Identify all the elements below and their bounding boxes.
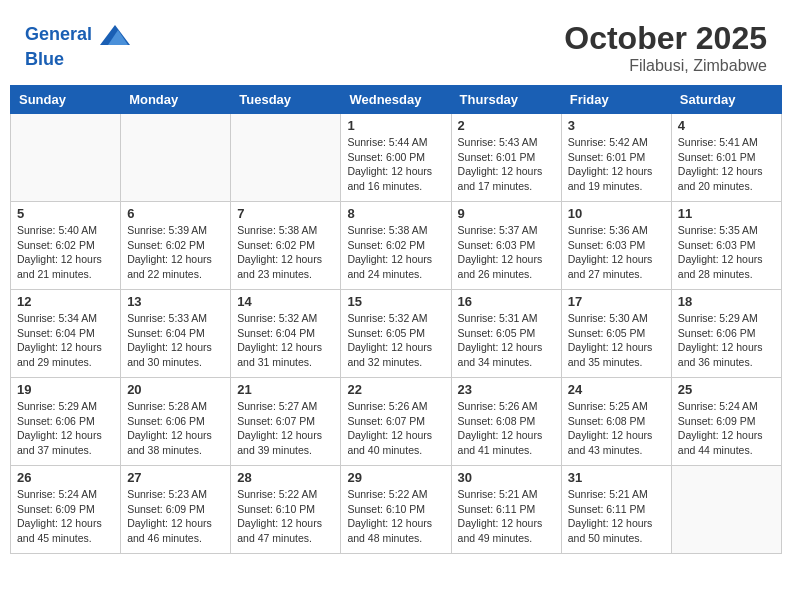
calendar-week-3: 12Sunrise: 5:34 AM Sunset: 6:04 PM Dayli… <box>11 290 782 378</box>
day-number: 11 <box>678 206 775 221</box>
calendar-cell: 15Sunrise: 5:32 AM Sunset: 6:05 PM Dayli… <box>341 290 451 378</box>
calendar-cell: 17Sunrise: 5:30 AM Sunset: 6:05 PM Dayli… <box>561 290 671 378</box>
day-info: Sunrise: 5:43 AM Sunset: 6:01 PM Dayligh… <box>458 135 555 194</box>
calendar-cell: 21Sunrise: 5:27 AM Sunset: 6:07 PM Dayli… <box>231 378 341 466</box>
weekday-header-saturday: Saturday <box>671 86 781 114</box>
calendar-week-2: 5Sunrise: 5:40 AM Sunset: 6:02 PM Daylig… <box>11 202 782 290</box>
weekday-header-monday: Monday <box>121 86 231 114</box>
day-number: 30 <box>458 470 555 485</box>
calendar-cell <box>231 114 341 202</box>
calendar-cell: 18Sunrise: 5:29 AM Sunset: 6:06 PM Dayli… <box>671 290 781 378</box>
day-number: 1 <box>347 118 444 133</box>
calendar-cell: 26Sunrise: 5:24 AM Sunset: 6:09 PM Dayli… <box>11 466 121 554</box>
calendar-cell: 14Sunrise: 5:32 AM Sunset: 6:04 PM Dayli… <box>231 290 341 378</box>
calendar-cell: 11Sunrise: 5:35 AM Sunset: 6:03 PM Dayli… <box>671 202 781 290</box>
calendar-cell: 2Sunrise: 5:43 AM Sunset: 6:01 PM Daylig… <box>451 114 561 202</box>
day-number: 10 <box>568 206 665 221</box>
day-number: 5 <box>17 206 114 221</box>
day-info: Sunrise: 5:35 AM Sunset: 6:03 PM Dayligh… <box>678 223 775 282</box>
day-number: 3 <box>568 118 665 133</box>
calendar-cell: 9Sunrise: 5:37 AM Sunset: 6:03 PM Daylig… <box>451 202 561 290</box>
day-info: Sunrise: 5:42 AM Sunset: 6:01 PM Dayligh… <box>568 135 665 194</box>
calendar-cell: 16Sunrise: 5:31 AM Sunset: 6:05 PM Dayli… <box>451 290 561 378</box>
location: Filabusi, Zimbabwe <box>564 57 767 75</box>
calendar-week-4: 19Sunrise: 5:29 AM Sunset: 6:06 PM Dayli… <box>11 378 782 466</box>
weekday-header-sunday: Sunday <box>11 86 121 114</box>
day-number: 25 <box>678 382 775 397</box>
weekday-header-wednesday: Wednesday <box>341 86 451 114</box>
calendar-week-5: 26Sunrise: 5:24 AM Sunset: 6:09 PM Dayli… <box>11 466 782 554</box>
day-info: Sunrise: 5:26 AM Sunset: 6:07 PM Dayligh… <box>347 399 444 458</box>
calendar-cell: 30Sunrise: 5:21 AM Sunset: 6:11 PM Dayli… <box>451 466 561 554</box>
day-info: Sunrise: 5:34 AM Sunset: 6:04 PM Dayligh… <box>17 311 114 370</box>
weekday-header-row: SundayMondayTuesdayWednesdayThursdayFrid… <box>11 86 782 114</box>
weekday-header-tuesday: Tuesday <box>231 86 341 114</box>
logo-text: General <box>25 20 130 50</box>
day-number: 22 <box>347 382 444 397</box>
calendar-cell: 13Sunrise: 5:33 AM Sunset: 6:04 PM Dayli… <box>121 290 231 378</box>
day-number: 17 <box>568 294 665 309</box>
day-number: 9 <box>458 206 555 221</box>
day-number: 21 <box>237 382 334 397</box>
logo-blue: Blue <box>25 50 130 70</box>
calendar-week-1: 1Sunrise: 5:44 AM Sunset: 6:00 PM Daylig… <box>11 114 782 202</box>
day-number: 7 <box>237 206 334 221</box>
calendar-cell: 29Sunrise: 5:22 AM Sunset: 6:10 PM Dayli… <box>341 466 451 554</box>
day-number: 20 <box>127 382 224 397</box>
calendar-cell: 5Sunrise: 5:40 AM Sunset: 6:02 PM Daylig… <box>11 202 121 290</box>
day-info: Sunrise: 5:41 AM Sunset: 6:01 PM Dayligh… <box>678 135 775 194</box>
calendar-cell: 22Sunrise: 5:26 AM Sunset: 6:07 PM Dayli… <box>341 378 451 466</box>
day-info: Sunrise: 5:36 AM Sunset: 6:03 PM Dayligh… <box>568 223 665 282</box>
day-info: Sunrise: 5:40 AM Sunset: 6:02 PM Dayligh… <box>17 223 114 282</box>
day-number: 4 <box>678 118 775 133</box>
day-number: 15 <box>347 294 444 309</box>
day-number: 2 <box>458 118 555 133</box>
day-info: Sunrise: 5:22 AM Sunset: 6:10 PM Dayligh… <box>237 487 334 546</box>
calendar-cell: 4Sunrise: 5:41 AM Sunset: 6:01 PM Daylig… <box>671 114 781 202</box>
day-info: Sunrise: 5:29 AM Sunset: 6:06 PM Dayligh… <box>17 399 114 458</box>
day-number: 6 <box>127 206 224 221</box>
day-number: 12 <box>17 294 114 309</box>
month-title: October 2025 <box>564 20 767 57</box>
calendar-table: SundayMondayTuesdayWednesdayThursdayFrid… <box>10 85 782 554</box>
calendar-cell: 24Sunrise: 5:25 AM Sunset: 6:08 PM Dayli… <box>561 378 671 466</box>
day-number: 24 <box>568 382 665 397</box>
day-info: Sunrise: 5:32 AM Sunset: 6:04 PM Dayligh… <box>237 311 334 370</box>
day-info: Sunrise: 5:26 AM Sunset: 6:08 PM Dayligh… <box>458 399 555 458</box>
calendar-cell: 20Sunrise: 5:28 AM Sunset: 6:06 PM Dayli… <box>121 378 231 466</box>
day-number: 28 <box>237 470 334 485</box>
day-number: 16 <box>458 294 555 309</box>
day-info: Sunrise: 5:33 AM Sunset: 6:04 PM Dayligh… <box>127 311 224 370</box>
calendar-cell: 7Sunrise: 5:38 AM Sunset: 6:02 PM Daylig… <box>231 202 341 290</box>
day-number: 18 <box>678 294 775 309</box>
day-number: 14 <box>237 294 334 309</box>
calendar-cell <box>121 114 231 202</box>
calendar-cell: 31Sunrise: 5:21 AM Sunset: 6:11 PM Dayli… <box>561 466 671 554</box>
calendar-cell: 3Sunrise: 5:42 AM Sunset: 6:01 PM Daylig… <box>561 114 671 202</box>
day-info: Sunrise: 5:21 AM Sunset: 6:11 PM Dayligh… <box>458 487 555 546</box>
day-info: Sunrise: 5:39 AM Sunset: 6:02 PM Dayligh… <box>127 223 224 282</box>
calendar-cell <box>671 466 781 554</box>
calendar-cell: 12Sunrise: 5:34 AM Sunset: 6:04 PM Dayli… <box>11 290 121 378</box>
day-number: 19 <box>17 382 114 397</box>
day-info: Sunrise: 5:24 AM Sunset: 6:09 PM Dayligh… <box>678 399 775 458</box>
day-info: Sunrise: 5:44 AM Sunset: 6:00 PM Dayligh… <box>347 135 444 194</box>
page-header: General Blue October 2025 Filabusi, Zimb… <box>10 10 782 80</box>
calendar-cell: 1Sunrise: 5:44 AM Sunset: 6:00 PM Daylig… <box>341 114 451 202</box>
day-number: 13 <box>127 294 224 309</box>
day-info: Sunrise: 5:28 AM Sunset: 6:06 PM Dayligh… <box>127 399 224 458</box>
day-number: 23 <box>458 382 555 397</box>
day-number: 8 <box>347 206 444 221</box>
day-number: 27 <box>127 470 224 485</box>
day-info: Sunrise: 5:25 AM Sunset: 6:08 PM Dayligh… <box>568 399 665 458</box>
day-info: Sunrise: 5:32 AM Sunset: 6:05 PM Dayligh… <box>347 311 444 370</box>
calendar-cell: 28Sunrise: 5:22 AM Sunset: 6:10 PM Dayli… <box>231 466 341 554</box>
day-info: Sunrise: 5:30 AM Sunset: 6:05 PM Dayligh… <box>568 311 665 370</box>
day-info: Sunrise: 5:38 AM Sunset: 6:02 PM Dayligh… <box>237 223 334 282</box>
day-info: Sunrise: 5:37 AM Sunset: 6:03 PM Dayligh… <box>458 223 555 282</box>
calendar-cell: 6Sunrise: 5:39 AM Sunset: 6:02 PM Daylig… <box>121 202 231 290</box>
calendar-cell: 10Sunrise: 5:36 AM Sunset: 6:03 PM Dayli… <box>561 202 671 290</box>
calendar-cell: 19Sunrise: 5:29 AM Sunset: 6:06 PM Dayli… <box>11 378 121 466</box>
calendar-cell: 27Sunrise: 5:23 AM Sunset: 6:09 PM Dayli… <box>121 466 231 554</box>
calendar-cell <box>11 114 121 202</box>
